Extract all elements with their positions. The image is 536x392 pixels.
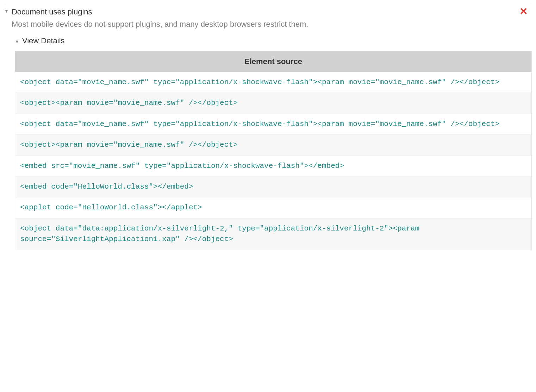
element-source-table: Element source <object data="movie_name.… [15, 51, 532, 250]
audit-header: ▼ Document uses plugins Most mobile devi… [4, 7, 532, 30]
audit-item: ▼ Document uses plugins Most mobile devi… [4, 3, 532, 250]
table-row: <object data="movie_name.swf" type="appl… [15, 72, 531, 93]
audit-title-block: Document uses plugins Most mobile device… [12, 7, 518, 30]
table-row: <object><param movie="movie_name.swf" />… [15, 93, 531, 113]
table-row: <embed src="movie_name.swf" type="applic… [15, 156, 531, 176]
table-row: <applet code="HelloWorld.class"></applet… [15, 197, 531, 218]
audit-title: Document uses plugins [12, 7, 518, 18]
view-details-toggle[interactable]: ▼ View Details [15, 36, 532, 45]
table-row: <object data="movie_name.swf" type="appl… [15, 114, 531, 134]
chevron-down-icon[interactable]: ▼ [4, 8, 9, 14]
details-section: ▼ View Details Element source <object da… [15, 36, 532, 250]
close-icon[interactable]: ✕ [518, 7, 529, 17]
table-row: <object data="data:application/x-silverl… [15, 218, 531, 250]
table-body: <object data="movie_name.swf" type="appl… [15, 72, 531, 250]
table-row: <embed code="HelloWorld.class"></embed> [15, 176, 531, 197]
chevron-down-icon: ▼ [15, 39, 19, 44]
table-header: Element source [15, 51, 531, 72]
table-row: <object><param movie="movie_name.swf" />… [15, 134, 531, 155]
view-details-label: View Details [22, 36, 65, 45]
audit-description: Most mobile devices do not support plugi… [12, 18, 518, 30]
